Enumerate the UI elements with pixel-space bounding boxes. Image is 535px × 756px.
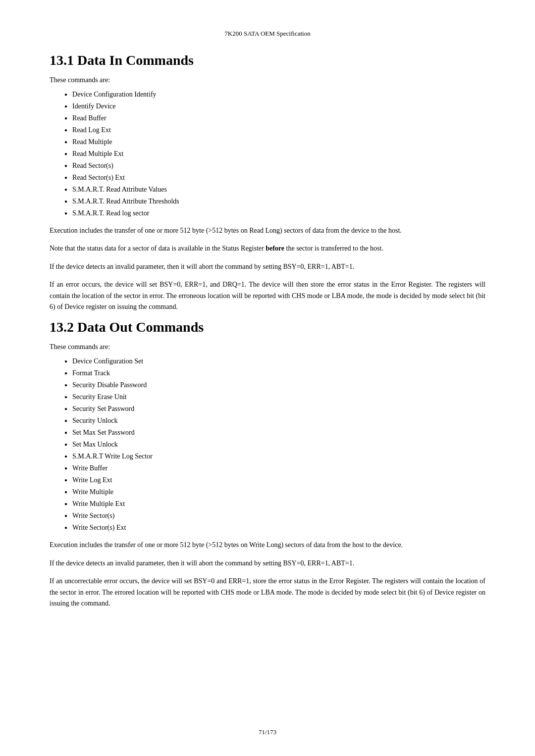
list-item: Security Unlock — [64, 415, 485, 426]
page-header: 7K200 SATA OEM Specification — [50, 30, 485, 38]
list-item: Set Max Set Password — [64, 427, 485, 438]
list-item: Set Max Unlock — [64, 439, 485, 450]
list-item: S.M.A.R.T. Read Attribute Thresholds — [64, 196, 485, 206]
list-item: Device Configuration Set — [64, 356, 485, 366]
list-item: Write Multiple Ext — [64, 499, 485, 509]
list-item: Read Sector(s) Ext — [64, 172, 485, 183]
section1-para2-pre: Note that the status data for a sector o… — [50, 245, 266, 252]
list-item: Write Sector(s) Ext — [64, 522, 485, 533]
section1-list: Device Configuration IdentifyIdentify De… — [64, 89, 485, 218]
section1-para2-bold: before — [266, 245, 284, 252]
section1-para3: If the device detects an invalid paramet… — [50, 261, 485, 272]
section2-para1: Execution includes the transfer of one o… — [50, 540, 485, 551]
list-item: Read Multiple — [64, 137, 485, 147]
section1-title: 13.1 Data In Commands — [50, 52, 485, 68]
list-item: Read Buffer — [64, 113, 485, 123]
list-item: Write Log Ext — [64, 475, 485, 485]
list-item: Write Sector(s) — [64, 510, 485, 521]
list-item: S.M.A.R.T. Read log sector — [64, 208, 485, 218]
section2-list: Device Configuration SetFormat TrackSecu… — [64, 356, 485, 533]
section1-para4: If an error occurs, the device will set … — [50, 279, 485, 312]
section1-para2-post: the sector is transferred to the host. — [284, 245, 383, 252]
list-item: Security Set Password — [64, 403, 485, 414]
list-item: Format Track — [64, 368, 485, 378]
list-item: Read Log Ext — [64, 125, 485, 135]
list-item: Write Multiple — [64, 487, 485, 497]
section2-intro: These commands are: — [50, 343, 485, 351]
section2-para2: If the device detects an invalid paramet… — [50, 558, 485, 569]
section2-para3: If an uncorrectable error occurs, the de… — [50, 576, 485, 609]
section2-title: 13.2 Data Out Commands — [50, 319, 485, 335]
page-number: 71/173 — [0, 728, 535, 736]
page: 7K200 SATA OEM Specification 13.1 Data I… — [0, 0, 535, 756]
list-item: Security Erase Unit — [64, 392, 485, 402]
section1-intro: These commands are: — [50, 76, 485, 84]
list-item: Read Sector(s) — [64, 160, 485, 171]
list-item: Security Disable Password — [64, 380, 485, 390]
list-item: S.M.A.R.T Write Log Sector — [64, 451, 485, 461]
section1-para2: Note that the status data for a sector o… — [50, 243, 485, 254]
list-item: Identify Device — [64, 101, 485, 111]
list-item: S.M.A.R.T. Read Attribute Values — [64, 184, 485, 195]
list-item: Write Buffer — [64, 463, 485, 473]
list-item: Device Configuration Identify — [64, 89, 485, 100]
list-item: Read Multiple Ext — [64, 149, 485, 159]
header-title: 7K200 SATA OEM Specification — [224, 30, 310, 37]
section1-para1: Execution includes the transfer of one o… — [50, 225, 485, 236]
